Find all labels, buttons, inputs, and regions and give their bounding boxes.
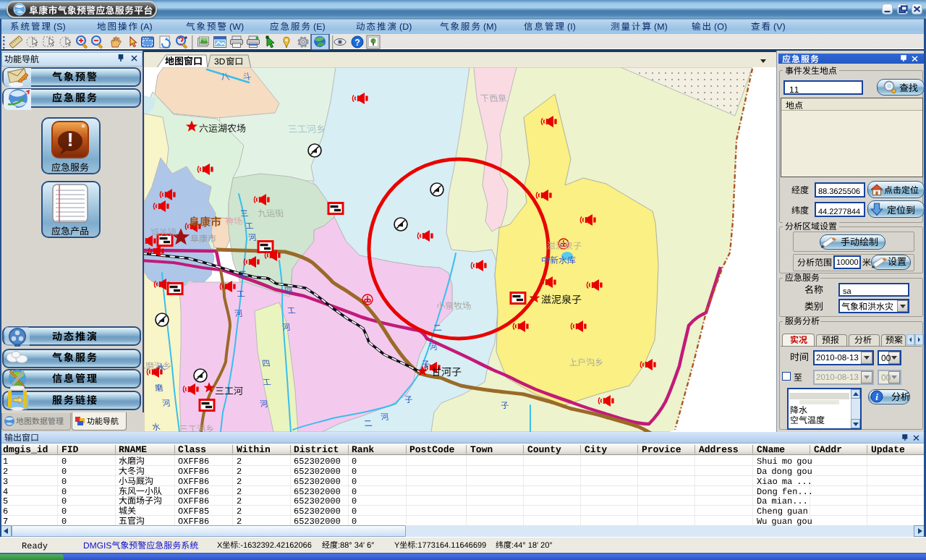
svg-text:i: i [875,392,878,402]
svg-text:!: ! [67,129,74,150]
